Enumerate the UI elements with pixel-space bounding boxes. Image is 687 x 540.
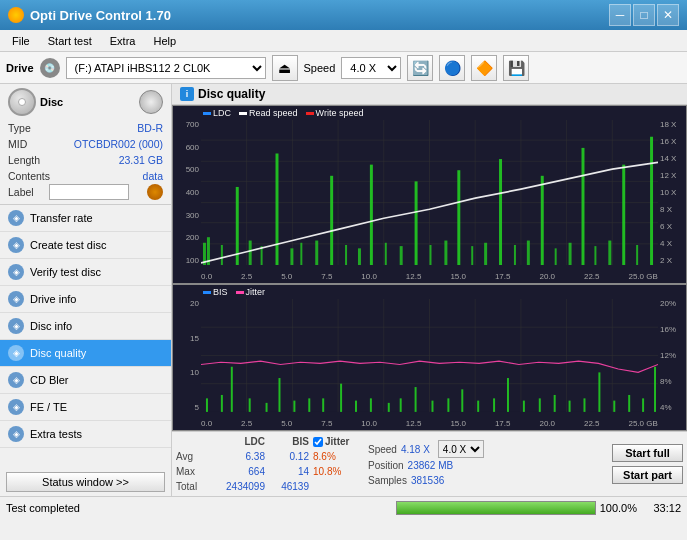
ldc-y-axis-right: 18 X 16 X 14 X 12 X 10 X 8 X 6 X 4 X 2 X [658, 120, 686, 265]
drive-bar: Drive 💿 (F:) ATAPI iHBS112 2 CL0K ⏏ Spee… [0, 52, 687, 84]
svg-rect-36 [471, 246, 473, 265]
svg-rect-71 [322, 398, 324, 412]
svg-rect-28 [358, 248, 361, 265]
settings-button1[interactable]: 🔵 [439, 55, 465, 81]
refresh-button[interactable]: 🔄 [407, 55, 433, 81]
legend-write-speed: Write speed [306, 108, 364, 118]
speed-stat-select[interactable]: 4.0 X [438, 440, 484, 458]
start-part-button[interactable]: Start part [612, 466, 683, 484]
svg-rect-42 [555, 248, 557, 265]
start-full-button[interactable]: Start full [612, 444, 683, 462]
progress-bar-fill [397, 502, 595, 514]
speed-row: Speed 4.18 X 4.0 X [368, 440, 608, 458]
svg-rect-78 [431, 401, 433, 412]
svg-rect-41 [541, 176, 544, 265]
bis-header: BIS [269, 434, 309, 449]
sidebar-item-cd-bler[interactable]: ◈ CD Bler [0, 367, 171, 394]
sidebar-item-fe-te[interactable]: ◈ FE / TE [0, 394, 171, 421]
total-bis: 46139 [269, 479, 309, 494]
speed-select[interactable]: 4.0 X [341, 57, 401, 79]
ldc-x-axis: 0.0 2.5 5.0 7.5 10.0 12.5 15.0 17.5 20.0… [201, 272, 658, 281]
svg-rect-29 [370, 165, 373, 265]
svg-rect-81 [477, 401, 479, 412]
total-label: Total [176, 479, 206, 494]
disc-icon [8, 88, 36, 116]
svg-rect-24 [300, 243, 302, 265]
content-area: i Disc quality LDC Read speed [172, 84, 687, 496]
settings-button2[interactable]: 🔶 [471, 55, 497, 81]
svg-rect-91 [628, 395, 630, 412]
app-icon [8, 7, 24, 23]
maximize-button[interactable]: □ [633, 4, 655, 26]
sidebar-item-transfer-rate[interactable]: ◈ Transfer rate [0, 205, 171, 232]
speed-stat-value: 4.18 X [401, 442, 430, 457]
max-ldc: 664 [210, 464, 265, 479]
legend-bis: BIS [203, 287, 228, 297]
read-speed-dot [239, 112, 247, 115]
type-label: Type [8, 120, 31, 136]
bis-y-axis-right: 20% 16% 12% 8% 4% [658, 299, 686, 412]
jitter-label: Jitter [325, 434, 349, 449]
drive-label: Drive [6, 62, 34, 74]
status-window-button[interactable]: Status window >> [6, 472, 165, 492]
svg-rect-64 [221, 395, 223, 412]
disc-quality-header-icon: i [180, 87, 194, 101]
cd-bler-icon: ◈ [8, 372, 24, 388]
avg-label: Avg [176, 449, 206, 464]
svg-rect-89 [598, 372, 600, 412]
sidebar-item-extra-tests[interactable]: ◈ Extra tests [0, 421, 171, 448]
speed-section: Speed 4.18 X 4.0 X Position 23862 MB Sam… [360, 440, 608, 488]
sidebar-item-create-test-disc[interactable]: ◈ Create test disc [0, 232, 171, 259]
label-label: Label [8, 184, 34, 200]
drive-select[interactable]: (F:) ATAPI iHBS112 2 CL0K [66, 57, 266, 79]
sidebar-item-verify-test-disc[interactable]: ◈ Verify test disc [0, 259, 171, 286]
menu-extra[interactable]: Extra [102, 33, 144, 49]
svg-rect-67 [266, 403, 268, 412]
svg-rect-33 [430, 245, 432, 265]
title-bar-left: Opti Drive Control 1.70 [8, 7, 171, 23]
samples-row: Samples 381536 [368, 473, 608, 488]
start-buttons: Start full Start part [612, 443, 683, 485]
avg-bis: 0.12 [269, 449, 309, 464]
svg-rect-63 [206, 398, 208, 412]
menu-start-test[interactable]: Start test [40, 33, 100, 49]
jitter-checkbox[interactable] [313, 437, 323, 447]
svg-rect-38 [499, 159, 502, 265]
svg-rect-26 [330, 176, 333, 265]
svg-rect-32 [415, 181, 418, 265]
svg-rect-75 [388, 403, 390, 412]
svg-rect-44 [582, 148, 585, 265]
svg-rect-30 [385, 243, 387, 265]
bis-y-axis-left: 20 15 10 5 [173, 299, 201, 412]
disc-quality-title: Disc quality [198, 87, 265, 101]
minimize-button[interactable]: ─ [609, 4, 631, 26]
svg-rect-73 [355, 401, 357, 412]
svg-rect-79 [447, 398, 449, 412]
position-value: 23862 MB [408, 458, 454, 473]
disc-info-section: Disc Type BD-R MID OTCBDR002 (000) Lengt… [0, 84, 171, 205]
close-button[interactable]: ✕ [657, 4, 679, 26]
avg-ldc: 6.38 [210, 449, 265, 464]
svg-rect-20 [249, 241, 252, 266]
menu-help[interactable]: Help [145, 33, 184, 49]
label-input[interactable] [49, 184, 129, 200]
save-button[interactable]: 💾 [503, 55, 529, 81]
charts-wrapper: LDC Read speed Write speed 700 600 500 [172, 105, 687, 431]
sidebar-item-disc-quality[interactable]: ◈ Disc quality [0, 340, 171, 367]
legend-read-speed: Read speed [239, 108, 298, 118]
svg-rect-47 [622, 165, 625, 265]
bis-chart-legend: BIS Jitter [203, 287, 265, 297]
contents-label: Contents [8, 168, 50, 184]
svg-rect-82 [493, 398, 495, 412]
length-value: 23.31 GB [119, 152, 163, 168]
svg-rect-31 [400, 246, 403, 265]
eject-button[interactable]: ⏏ [272, 55, 298, 81]
disc-quality-header: i Disc quality [172, 84, 687, 105]
sidebar-item-disc-info[interactable]: ◈ Disc info [0, 313, 171, 340]
menu-file[interactable]: File [4, 33, 38, 49]
sidebar-item-drive-info[interactable]: ◈ Drive info [0, 286, 171, 313]
main-layout: Disc Type BD-R MID OTCBDR002 (000) Lengt… [0, 84, 687, 496]
stats-table: LDC BIS Jitter Avg 6.38 0.12 8.6% Max 66… [176, 434, 356, 494]
svg-rect-66 [249, 398, 251, 412]
svg-rect-90 [613, 401, 615, 412]
